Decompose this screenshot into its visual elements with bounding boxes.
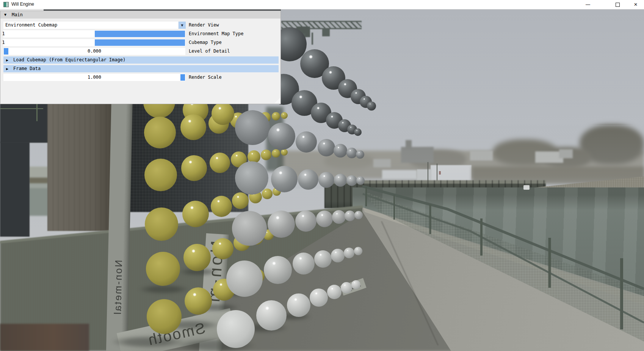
pbr-sphere <box>147 299 182 334</box>
specular-highlight <box>299 257 302 260</box>
specular-highlight <box>302 215 304 217</box>
cubemap-type-label: Cubemap Type <box>189 39 222 46</box>
pbr-sphere <box>185 287 212 315</box>
render-scale-slider[interactable]: 1.000 <box>3 74 185 81</box>
pbr-sphere <box>296 131 317 153</box>
specular-highlight <box>216 157 218 159</box>
pbr-sphere <box>212 238 233 259</box>
specular-highlight <box>309 55 313 59</box>
pbr-sphere <box>318 139 335 156</box>
pbr-sphere <box>268 211 295 238</box>
close-icon: ✕ <box>634 2 638 7</box>
env-map-type-slider[interactable]: 1 <box>3 30 185 37</box>
panel-header-main[interactable]: ▼ Main <box>0 11 280 19</box>
sphere-shadow <box>112 336 184 348</box>
close-button[interactable]: ✕ <box>627 0 644 9</box>
pbr-sphere <box>345 211 355 221</box>
level-of-detail-value: 0.000 <box>3 48 185 55</box>
cubemap-type-slider[interactable]: 1 <box>3 39 185 46</box>
render-scale-value: 1.000 <box>3 74 185 81</box>
pbr-sphere <box>310 289 328 307</box>
specular-highlight <box>321 214 323 216</box>
pbr-sphere <box>212 102 234 125</box>
minimize-icon: — <box>586 2 590 7</box>
specular-highlight <box>217 200 220 203</box>
expand-arrow-icon: ▶ <box>6 56 8 64</box>
specular-highlight <box>323 175 325 177</box>
pbr-sphere <box>217 310 255 348</box>
pbr-sphere <box>145 207 178 241</box>
chevron-down-icon: ▼ <box>181 23 183 27</box>
window-titlebar: Will Engine — ✕ <box>0 0 644 9</box>
specular-highlight <box>348 213 349 214</box>
specular-highlight <box>320 254 322 256</box>
specular-highlight <box>265 306 269 310</box>
specular-highlight <box>304 173 307 176</box>
pbr-sphere <box>295 211 317 232</box>
cubemap-type-value: 1 <box>0 39 94 46</box>
env-map-type-value: 1 <box>0 30 94 37</box>
pbr-sphere <box>181 155 207 181</box>
maximize-button[interactable] <box>609 0 626 9</box>
pbr-sphere <box>271 166 298 192</box>
load-cubemap-label: Load Cubemap (From Equirectangular Image… <box>13 56 125 64</box>
pbr-sphere <box>318 172 334 188</box>
pbr-sphere <box>354 211 363 219</box>
pbr-sphere <box>354 128 362 136</box>
pbr-sphere <box>344 248 354 258</box>
pbr-sphere <box>210 153 230 173</box>
will-engine-window: Non-metal Non-m Smooth Rough Will Engine… <box>0 0 644 351</box>
frame-data-header[interactable]: ▶ Frame Data <box>3 65 279 72</box>
pbr-sphere <box>272 149 280 158</box>
specular-highlight <box>283 150 284 151</box>
imgui-main-panel: ▼ Main Environment Cubemap ▼ Render View… <box>0 11 281 104</box>
cubemap-type-slider-fill <box>95 39 185 46</box>
specular-highlight <box>329 71 332 74</box>
specular-highlight <box>354 282 355 283</box>
pbr-sphere <box>235 161 268 195</box>
pbr-sphere <box>232 211 267 246</box>
pbr-sphere <box>144 117 176 148</box>
pbr-sphere <box>262 189 273 199</box>
specular-highlight <box>302 136 305 138</box>
pbr-sphere <box>316 211 333 227</box>
pbr-sphere <box>356 150 364 159</box>
specular-highlight <box>188 120 191 123</box>
specular-highlight <box>274 151 276 152</box>
render-view-dropdown-button[interactable]: ▼ <box>179 22 186 29</box>
pbr-sphere <box>298 169 318 190</box>
specular-highlight <box>355 92 357 94</box>
pbr-sphere <box>327 285 342 299</box>
level-of-detail-slider[interactable]: 0.000 <box>3 48 185 55</box>
specular-highlight <box>189 161 192 164</box>
specular-highlight <box>274 114 276 115</box>
env-map-type-label: Environment Map Type <box>189 30 244 37</box>
specular-highlight <box>347 250 348 251</box>
specular-highlight <box>359 152 360 153</box>
specular-highlight <box>335 251 337 253</box>
maximize-icon <box>616 3 620 7</box>
pbr-sphere <box>272 112 280 120</box>
specular-highlight <box>192 249 195 253</box>
pbr-sphere <box>346 148 357 158</box>
minimize-button[interactable]: — <box>579 0 597 9</box>
pbr-sphere <box>354 247 362 255</box>
specular-highlight <box>349 150 351 151</box>
pbr-sphere <box>281 112 288 119</box>
pbr-sphere <box>346 175 357 186</box>
render-view-label: Render View <box>189 22 219 29</box>
specular-highlight <box>336 213 338 215</box>
specular-highlight <box>331 288 333 290</box>
specular-highlight <box>235 115 237 117</box>
render-view-value: Environment Cubemap <box>5 22 57 29</box>
specular-highlight <box>193 293 196 296</box>
specular-highlight <box>356 130 357 131</box>
panel-resize-grip[interactable] <box>274 98 280 103</box>
specular-highlight <box>283 114 284 115</box>
pbr-sphere <box>226 261 263 297</box>
specular-highlight <box>294 298 297 301</box>
render-view-combo[interactable]: Environment Cubemap <box>3 22 178 29</box>
pbr-sphere <box>180 114 206 140</box>
load-cubemap-header[interactable]: ▶ Load Cubemap (From Equirectangular Ima… <box>3 56 279 64</box>
render-scale-label: Render Scale <box>189 74 222 81</box>
